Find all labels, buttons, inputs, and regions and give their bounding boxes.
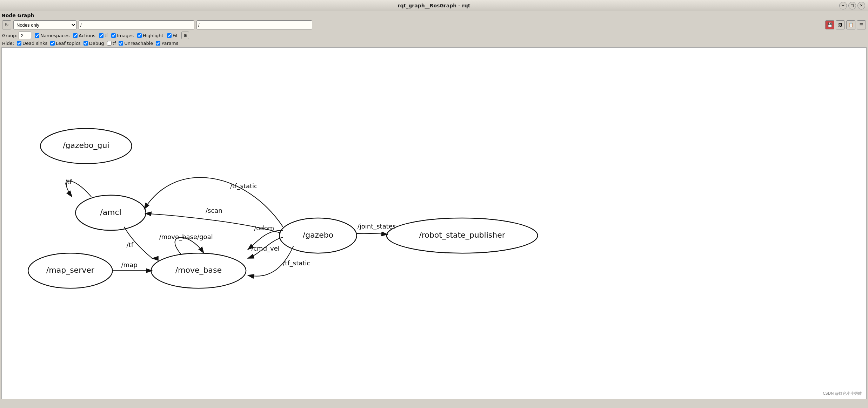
fit-option[interactable]: Fit: [167, 33, 178, 38]
images-label: Images: [117, 33, 134, 38]
leaf-topics-option[interactable]: Leaf topics: [50, 41, 81, 46]
images-option[interactable]: Images: [111, 33, 134, 38]
edge-move-base-goal: /move_base/goal: [159, 233, 213, 241]
tf-checkbox[interactable]: [99, 33, 104, 38]
edge-scan: /scan: [206, 207, 222, 214]
watermark: CSDN @红色小小蚂蚱: [823, 391, 862, 396]
tf-label: tf: [105, 33, 108, 38]
refresh-icon: ↻: [5, 22, 9, 28]
dead-sinks-option[interactable]: Dead sinks: [17, 41, 47, 46]
menu-icon-button[interactable]: ☰: [857, 20, 866, 29]
highlight-option[interactable]: Highlight: [137, 33, 163, 38]
leaf-topics-checkbox[interactable]: [50, 41, 55, 46]
filter1-input[interactable]: [79, 20, 194, 29]
edge-cmd-vel: /cmd_vel: [251, 245, 280, 252]
fit-checkbox[interactable]: [167, 33, 172, 38]
namespaces-checkbox[interactable]: [35, 33, 39, 38]
panel-title: Node Graph: [0, 11, 868, 19]
node-map-server-label: /map_server: [46, 266, 95, 275]
save-icon-button[interactable]: 💾: [825, 20, 834, 29]
hide-tf-checkbox[interactable]: [107, 41, 112, 46]
window-controls: ─ □ ✕: [839, 2, 865, 9]
namespaces-option[interactable]: Namespaces: [35, 33, 69, 38]
window-title: rqt_graph__RosGraph - rqt: [398, 3, 470, 8]
node-move-base-label: /move_base: [175, 266, 222, 275]
node-gazebo-label: /gazebo: [303, 231, 333, 239]
graph-svg: /gazebo_gui /amcl /map_server /move_base…: [2, 48, 866, 399]
actions-label: Actions: [79, 33, 95, 38]
filter2-input[interactable]: [196, 20, 312, 29]
close-button[interactable]: ✕: [857, 2, 865, 9]
hide-tf-option[interactable]: tf: [107, 41, 116, 46]
unreachable-option[interactable]: Unreachable: [119, 41, 153, 46]
params-label: Params: [161, 41, 178, 46]
edge-tf-static-2: /tf_static: [283, 259, 310, 267]
debug-checkbox[interactable]: [84, 41, 88, 46]
actions-checkbox[interactable]: [73, 33, 78, 38]
debug-label: Debug: [89, 41, 104, 46]
debug-option[interactable]: Debug: [84, 41, 104, 46]
toolbar-row: ↻ Nodes only Nodes/Topics (all) Nodes/To…: [0, 19, 868, 31]
params-checkbox[interactable]: [156, 41, 160, 46]
unreachable-checkbox[interactable]: [119, 41, 123, 46]
minimize-button[interactable]: ─: [839, 2, 847, 9]
node-amcl-label: /amcl: [100, 208, 121, 217]
options-row: Group: Namespaces Actions tf Images High…: [0, 31, 868, 40]
edge-amcl-self-tf: /tf: [65, 178, 72, 185]
group-spinner-input[interactable]: [19, 32, 31, 39]
edge-tf-static-1: /tf_static: [230, 182, 258, 190]
highlight-checkbox[interactable]: [137, 33, 142, 38]
screenshot-icon-button[interactable]: 🖼: [836, 20, 845, 29]
edge-map: /map: [121, 261, 138, 268]
images-checkbox[interactable]: [111, 33, 116, 38]
hide-label: Hide:: [2, 41, 14, 46]
tf-option[interactable]: tf: [99, 33, 108, 38]
node-gazebo-gui-label: /gazebo_gui: [63, 141, 109, 150]
copy-icon-button[interactable]: 📋: [846, 20, 855, 29]
actions-option[interactable]: Actions: [73, 33, 95, 38]
unreachable-label: Unreachable: [124, 41, 153, 46]
title-bar: rqt_graph__RosGraph - rqt ─ □ ✕: [0, 0, 868, 11]
leaf-topics-label: Leaf topics: [56, 41, 81, 46]
edge-joint-states: /joint_states: [358, 223, 396, 230]
refresh-button[interactable]: ↻: [2, 20, 11, 29]
toolbar-right-icons: 💾 🖼 📋 ☰: [825, 20, 866, 29]
edge-amcl-move-tf: /tf: [127, 241, 134, 249]
fit-label: Fit: [173, 33, 178, 38]
dead-sinks-label: Dead sinks: [22, 41, 47, 46]
maximize-button[interactable]: □: [848, 2, 856, 9]
hide-tf-label: tf: [113, 41, 116, 46]
highlight-label: Highlight: [143, 33, 163, 38]
graph-area[interactable]: /gazebo_gui /amcl /map_server /move_base…: [1, 47, 867, 399]
view-mode-dropdown[interactable]: Nodes only Nodes/Topics (all) Nodes/Topi…: [13, 20, 76, 29]
edge-odom: /odom: [254, 224, 274, 232]
params-option[interactable]: Params: [156, 41, 178, 46]
group-label: Group:: [2, 33, 18, 38]
dead-sinks-checkbox[interactable]: [17, 41, 21, 46]
hide-row: Hide: Dead sinks Leaf topics Debug tf Un…: [0, 40, 868, 47]
namespaces-label: Namespaces: [40, 33, 69, 38]
fit-icon-button[interactable]: ⊞: [181, 32, 189, 39]
node-robot-state-publisher-label: /robot_state_publisher: [419, 231, 505, 240]
group-option: Group:: [2, 32, 31, 39]
window-body: Node Graph ↻ Nodes only Nodes/Topics (al…: [0, 11, 868, 399]
